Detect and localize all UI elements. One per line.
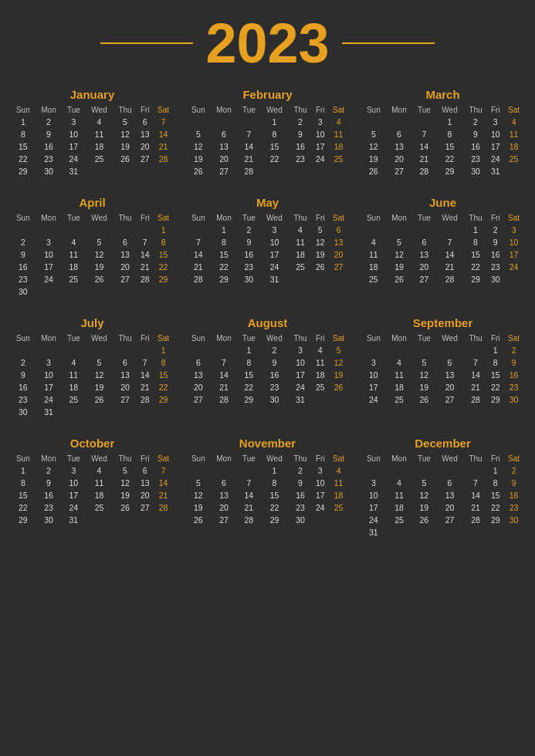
day-cell: 31 — [289, 393, 313, 406]
day-cell: 21 — [137, 261, 153, 273]
day-cell — [386, 344, 413, 356]
day-header: Thu — [289, 212, 313, 224]
day-cell: 24 — [503, 261, 524, 273]
day-cell: 27 — [211, 514, 238, 526]
day-cell: 5 — [312, 224, 328, 236]
day-cell: 13 — [137, 128, 153, 140]
day-cell: 9 — [503, 477, 524, 489]
day-cell — [435, 224, 463, 236]
day-header: Tue — [62, 453, 85, 464]
day-cell — [412, 344, 435, 356]
day-header: Sat — [328, 104, 349, 116]
day-cell: 12 — [186, 489, 211, 501]
day-cell: 23 — [289, 501, 313, 514]
day-cell: 5 — [85, 356, 113, 369]
month-table: SunMonTueWedThuFriSat1234567891011121314… — [11, 104, 174, 177]
day-cell: 28 — [464, 393, 488, 406]
day-cell — [62, 285, 85, 298]
day-cell: 29 — [237, 393, 260, 406]
day-cell: 18 — [62, 261, 85, 273]
day-cell — [36, 285, 63, 298]
day-cell — [361, 344, 386, 356]
month-block-february: FebruarySunMonTueWedThuFriSat12345678910… — [183, 85, 352, 181]
day-cell — [186, 464, 211, 477]
day-cell: 30 — [11, 285, 36, 298]
day-header: Mon — [386, 332, 413, 344]
day-cell: 8 — [464, 236, 488, 248]
day-cell: 5 — [186, 128, 211, 140]
day-cell: 7 — [464, 477, 488, 489]
day-cell: 21 — [412, 153, 435, 165]
day-cell — [36, 224, 63, 236]
day-cell — [85, 344, 113, 356]
day-header: Sat — [153, 453, 174, 464]
day-header: Wed — [435, 332, 463, 344]
day-cell — [153, 165, 174, 177]
day-header: Tue — [237, 453, 260, 464]
day-cell: 5 — [361, 128, 386, 140]
day-cell: 13 — [137, 477, 153, 489]
day-header: Sun — [361, 453, 386, 464]
day-cell: 7 — [464, 356, 488, 369]
day-cell: 12 — [328, 356, 349, 369]
day-cell: 3 — [487, 116, 503, 128]
month-block-august: AugustSunMonTueWedThuFriSat1234567891011… — [183, 313, 352, 421]
day-cell — [137, 406, 153, 418]
day-cell: 15 — [11, 489, 36, 501]
day-cell: 5 — [386, 236, 413, 248]
day-cell: 4 — [85, 464, 113, 477]
day-cell: 26 — [361, 165, 386, 177]
day-cell: 15 — [153, 248, 174, 261]
day-cell: 5 — [186, 477, 211, 489]
day-cell: 27 — [137, 153, 153, 165]
day-cell: 26 — [412, 514, 435, 526]
day-cell: 24 — [36, 393, 63, 406]
day-cell: 26 — [328, 381, 349, 393]
day-cell: 15 — [211, 248, 238, 261]
day-cell: 23 — [11, 393, 36, 406]
day-cell: 30 — [464, 165, 488, 177]
day-cell: 2 — [487, 224, 503, 236]
day-cell: 6 — [211, 128, 238, 140]
day-cell: 29 — [487, 514, 503, 526]
day-cell: 23 — [11, 273, 36, 285]
day-cell: 28 — [464, 514, 488, 526]
day-cell: 18 — [503, 140, 524, 153]
day-cell: 8 — [211, 236, 238, 248]
day-cell: 21 — [137, 381, 153, 393]
day-cell: 19 — [186, 153, 211, 165]
day-cell: 19 — [85, 381, 113, 393]
day-cell: 21 — [464, 501, 488, 514]
day-cell: 17 — [36, 381, 63, 393]
day-header: Tue — [412, 212, 435, 224]
day-cell: 22 — [464, 261, 488, 273]
day-cell: 29 — [435, 165, 463, 177]
day-cell: 29 — [260, 514, 288, 526]
day-header: Fri — [487, 212, 503, 224]
day-cell: 24 — [289, 381, 313, 393]
day-cell: 30 — [260, 393, 288, 406]
day-header: Tue — [412, 332, 435, 344]
day-header: Wed — [85, 453, 113, 464]
day-cell: 14 — [137, 248, 153, 261]
day-cell: 10 — [289, 356, 313, 369]
day-cell — [361, 224, 386, 236]
day-cell — [328, 393, 349, 406]
day-header: Mon — [36, 453, 63, 464]
day-header: Mon — [36, 332, 63, 344]
day-cell: 1 — [487, 344, 503, 356]
day-cell: 20 — [386, 153, 413, 165]
day-cell: 13 — [113, 248, 137, 261]
day-cell — [328, 514, 349, 526]
day-cell: 26 — [412, 393, 435, 406]
day-cell: 27 — [412, 273, 435, 285]
day-cell — [85, 406, 113, 418]
day-cell: 24 — [62, 501, 85, 514]
day-cell — [113, 165, 137, 177]
day-cell: 29 — [487, 393, 503, 406]
day-cell — [386, 464, 413, 477]
day-cell: 4 — [361, 236, 386, 248]
day-cell: 2 — [36, 464, 63, 477]
day-cell: 25 — [328, 501, 349, 514]
day-cell — [137, 285, 153, 298]
